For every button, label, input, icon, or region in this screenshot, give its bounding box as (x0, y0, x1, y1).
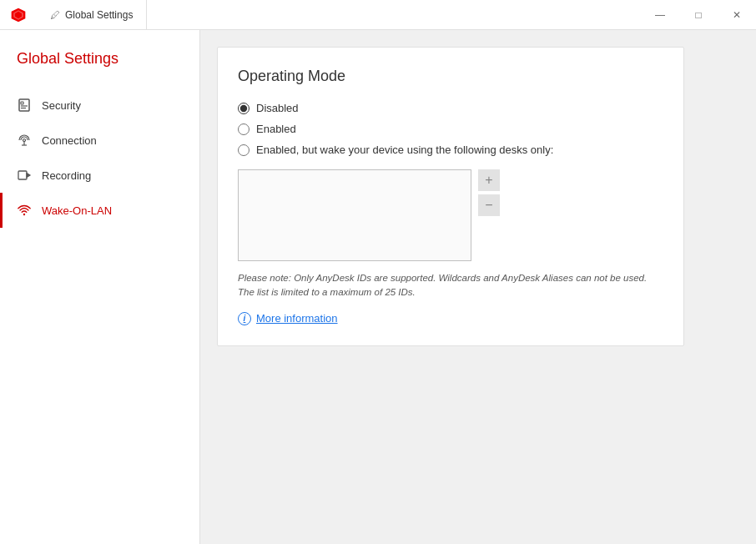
desks-btn-group: + − (478, 169, 500, 261)
close-button[interactable]: ✕ (718, 0, 756, 29)
wifi-icon (17, 203, 32, 218)
maximize-button[interactable]: □ (679, 0, 718, 29)
radio-disabled-input[interactable] (238, 103, 249, 114)
operating-mode-card: Operating Mode Disabled Enabled Enabled,… (217, 47, 684, 346)
minimize-button[interactable]: — (641, 0, 679, 29)
radio-group: Disabled Enabled Enabled, but wake your … (238, 102, 663, 156)
sidebar: Global Settings Security (0, 30, 200, 544)
radio-enabled[interactable]: Enabled (238, 123, 663, 135)
app-logo[interactable] (0, 0, 37, 29)
radio-disabled-label: Disabled (256, 102, 299, 114)
tab-label: Global Settings (65, 9, 133, 21)
svg-rect-10 (18, 171, 27, 179)
radio-enabled-desks-label: Enabled, but wake your device using the … (256, 144, 553, 156)
more-info-link[interactable]: i More information (238, 312, 663, 325)
tab-icon: 🖊 (50, 9, 60, 21)
radio-enabled-label: Enabled (256, 123, 296, 135)
radio-enabled-input[interactable] (238, 123, 249, 135)
svg-rect-4 (21, 102, 23, 104)
sidebar-title: Global Settings (0, 43, 199, 88)
card-title: Operating Mode (238, 68, 663, 85)
desks-row: + − (238, 169, 663, 261)
remove-desk-button[interactable]: − (478, 194, 500, 216)
title-bar: 🖊 Global Settings — □ ✕ (0, 0, 756, 30)
window-controls: — □ ✕ (641, 0, 756, 29)
svg-point-12 (23, 214, 25, 215)
sidebar-item-connection[interactable]: Connection (0, 123, 199, 158)
app-tab[interactable]: 🖊 Global Settings (37, 0, 147, 29)
anydesk-logo-icon (10, 7, 27, 23)
sidebar-label-wake-on-lan: Wake-On-LAN (42, 204, 112, 217)
note-text: Please note: Only AnyDesk IDs are suppor… (238, 271, 655, 300)
svg-rect-3 (19, 99, 29, 111)
radio-disabled[interactable]: Disabled (238, 102, 663, 114)
recording-icon (17, 168, 32, 183)
network-icon (17, 133, 32, 148)
sidebar-label-connection: Connection (42, 134, 97, 147)
radio-enabled-desks-input[interactable] (238, 144, 249, 156)
more-info-label: More information (256, 312, 338, 325)
add-desk-button[interactable]: + (478, 169, 500, 191)
sidebar-item-wake-on-lan[interactable]: Wake-On-LAN (0, 193, 199, 228)
sidebar-item-recording[interactable]: Recording (0, 158, 199, 193)
content-area: Operating Mode Disabled Enabled Enabled,… (200, 30, 756, 544)
radio-enabled-desks[interactable]: Enabled, but wake your device using the … (238, 144, 663, 156)
svg-marker-11 (27, 174, 30, 178)
shield-icon (17, 98, 32, 113)
sidebar-item-security[interactable]: Security (0, 88, 199, 123)
sidebar-label-security: Security (42, 99, 81, 112)
main-layout: Global Settings Security (0, 30, 756, 544)
desks-textarea[interactable] (238, 169, 471, 261)
sidebar-label-recording: Recording (42, 169, 91, 182)
svg-point-7 (23, 139, 26, 142)
info-icon: i (238, 312, 251, 325)
